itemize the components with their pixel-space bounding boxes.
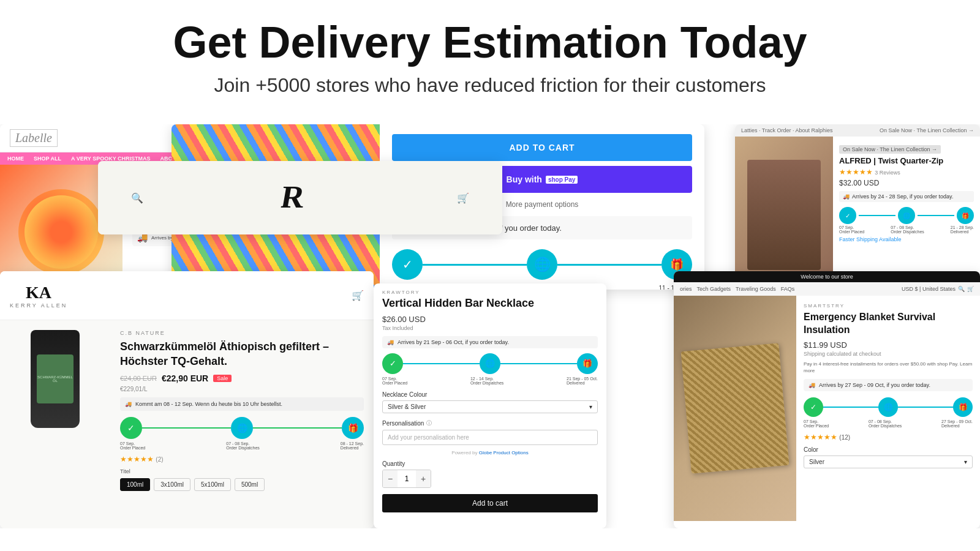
kerry-product-title: Schwarzkümmelöl Äthiopisch gefiltert – H… bbox=[120, 340, 364, 369]
step1-label: 07 Sep. Order Placed bbox=[839, 225, 864, 234]
kerry-nav: KA KERRY ALLEN 🛒 bbox=[0, 271, 374, 320]
step-dispatch: 🌐 bbox=[898, 207, 915, 224]
emergency-delivery: 🚚 Arrives by 27 Sep - 09 Oct, if you ord… bbox=[804, 379, 973, 391]
necklace-add-to-cart[interactable]: Add to cart bbox=[382, 494, 598, 512]
kerry-ratings: ★★★★★ (2) bbox=[120, 455, 364, 463]
necklace-title: Vertical Hidden Bar Necklace bbox=[374, 296, 606, 310]
alfred-top-nav: Latties · Track Order · About Ralphies O… bbox=[735, 124, 980, 137]
qty-increase[interactable]: + bbox=[416, 470, 431, 487]
truck-icon: 🚚 bbox=[387, 339, 394, 345]
screenshots-container: Labelle 👤 🛒 HOME SHOP ALL A VERY SPOOKY … bbox=[0, 124, 980, 528]
necklace-brand: KRAWTORY bbox=[374, 283, 606, 296]
step-line-2 bbox=[918, 215, 954, 216]
emergency-steps: ✓ 🌐 🎁 bbox=[804, 397, 973, 417]
alfred-stars: ★★★★★ 3 Reviews bbox=[839, 168, 974, 176]
card-alfred: Latties · Track Order · About Ralphies O… bbox=[735, 124, 980, 296]
alfred-info: On Sale Now · The Linen Collection → ALF… bbox=[833, 137, 980, 293]
alfred-mannequin bbox=[747, 160, 821, 270]
size-5x100ml[interactable]: 5x100ml bbox=[194, 478, 231, 491]
step-check: ✓ bbox=[839, 207, 856, 224]
emergency-title: Emergency Blanket Survival Insulation bbox=[804, 311, 973, 337]
emergency-color-select[interactable]: Silver ▾ bbox=[804, 455, 973, 468]
necklace-color-label: Necklace Colour bbox=[374, 391, 606, 398]
sale-badge: On Sale Now · The Linen Collection → bbox=[839, 145, 941, 154]
kerry-title-label: Titel bbox=[120, 468, 364, 474]
step3: 27 Sep - 09 Oct. Delivered bbox=[941, 419, 973, 428]
emergency-brand: SMARTSTRY bbox=[804, 303, 973, 309]
alfred-price: $32.00 USD bbox=[839, 179, 974, 187]
nav-traveling[interactable]: Traveling Goods bbox=[736, 286, 776, 292]
card-rbrand: 🔍 R 🛒 bbox=[98, 161, 502, 234]
necklace-tax: Tax Included bbox=[374, 325, 606, 331]
emergency-info: SMARTSTRY Emergency Blanket Survival Ins… bbox=[796, 296, 980, 521]
emergency-content: SMARTSTRY Emergency Blanket Survival Ins… bbox=[674, 296, 980, 521]
bottle-label-main: SCHWARZ-KÜMMEL ÖL bbox=[37, 375, 74, 383]
nav-faqs[interactable]: FAQs bbox=[781, 286, 795, 292]
qty-value: 1 bbox=[398, 474, 416, 483]
size-3x100ml[interactable]: 3x100ml bbox=[154, 478, 190, 491]
necklace-personalisation-label: Personalisation ⓘ bbox=[374, 419, 606, 427]
kerry-cart-icon[interactable]: 🛒 bbox=[352, 290, 364, 301]
alfred-delivery: 🚚 Arrives by 24 - 28 Sep, if you order t… bbox=[839, 191, 974, 202]
nav-shopall[interactable]: SHOP ALL bbox=[34, 156, 61, 162]
kerry-steps: ✓ 🌐 🎁 bbox=[120, 417, 364, 439]
alfred-title: ALFRED | Twist Quarter-Zip bbox=[839, 156, 974, 165]
step-line-2 bbox=[898, 407, 953, 408]
necklace-color-select[interactable]: Silver & Silver ▾ bbox=[382, 400, 598, 413]
step-line-2 bbox=[253, 427, 342, 429]
necklace-quantity: − 1 + bbox=[382, 470, 431, 488]
kerry-logo: KA KERRY ALLEN bbox=[10, 283, 67, 309]
faster-shipping[interactable]: Faster Shipping Available bbox=[839, 236, 974, 242]
rbrand-search-icon[interactable]: 🔍 bbox=[131, 192, 143, 204]
rbrand-logo-container: R bbox=[143, 177, 457, 219]
alfred-step-labels: 07 Sep. Order Placed 07 - 08 Sep. Order … bbox=[839, 225, 974, 234]
step-delivered: 🎁 bbox=[957, 207, 974, 224]
emergency-price: $11.99 USD bbox=[804, 340, 973, 350]
info-icon: ⓘ bbox=[426, 419, 432, 427]
step-check: ✓ bbox=[804, 397, 823, 417]
size-100ml[interactable]: 100ml bbox=[120, 478, 150, 491]
step1: 07 Sep. Order Placed bbox=[382, 377, 407, 385]
step-line-1 bbox=[823, 407, 878, 408]
truck-icon: 🚚 bbox=[125, 401, 132, 407]
card-kerry: KA KERRY ALLEN 🛒 SCHWARZ-KÜMMEL ÖL C.B N… bbox=[0, 271, 374, 528]
rbrand-nav: 🔍 R 🛒 bbox=[98, 161, 502, 234]
step-dispatch: 🌐 bbox=[231, 417, 253, 439]
emergency-nav: ories Tech Gadgets Traveling Goods FAQs … bbox=[674, 282, 980, 296]
globe-product-link[interactable]: Globe Product Options bbox=[479, 450, 529, 455]
svg-text:R: R bbox=[281, 179, 308, 214]
qty-decrease[interactable]: − bbox=[383, 470, 398, 487]
step2: 07 - 08 Sep. Order Dispatches bbox=[226, 441, 259, 450]
rbrand-cart-icon[interactable]: 🛒 bbox=[457, 192, 469, 204]
necklace-step-labels: 07 Sep. Order Placed 12 - 14 Sep. Order … bbox=[374, 377, 606, 385]
nav-accessories[interactable]: ories bbox=[680, 286, 692, 292]
nav-home[interactable]: HOME bbox=[7, 156, 24, 162]
emergency-top-bar: Welcome to our store bbox=[674, 271, 980, 282]
nav-tech[interactable]: Tech Gadgets bbox=[697, 286, 731, 292]
truck-icon: 🚚 bbox=[843, 193, 850, 200]
step3-label: 21 - 28 Sep. Delivered bbox=[951, 225, 974, 234]
kerry-price-row: €24,00 EUR €22,90 EUR Sale bbox=[120, 373, 364, 383]
step-line-2 bbox=[557, 264, 662, 266]
add-to-cart-button[interactable]: ADD TO CART bbox=[392, 134, 692, 161]
hero-section: Get Delivery Estimation Today Join +5000… bbox=[0, 0, 980, 124]
alfred-content: On Sale Now · The Linen Collection → ALF… bbox=[735, 137, 980, 293]
kerry-price-old: €24,00 EUR bbox=[120, 375, 157, 382]
step3: 08 - 12 Sep. Delivered bbox=[341, 441, 364, 450]
step-check: ✓ bbox=[392, 249, 423, 280]
kerry-delivery: 🚚 Kommt am 08 - 12 Sep. Wenn du heute bi… bbox=[120, 397, 364, 411]
step3: 21 Sep - 05 Oct. Delivered bbox=[567, 377, 598, 385]
emergency-step-labels: 07 Sep. Order Placed 07 - 08 Sep. Order … bbox=[804, 419, 973, 428]
search-icon[interactable]: 🔍 bbox=[958, 286, 965, 292]
step-check: ✓ bbox=[120, 417, 142, 439]
necklace-personalisation-input[interactable]: Add your personalisation here bbox=[382, 430, 598, 445]
kerry-bottle-label: SCHWARZ-KÜMMEL ÖL bbox=[37, 354, 74, 403]
cart-icon[interactable]: 🛒 bbox=[967, 286, 974, 292]
chevron-down-icon: ▾ bbox=[589, 403, 592, 410]
step-delivered: 🎁 bbox=[953, 397, 973, 417]
size-500ml[interactable]: 500ml bbox=[235, 478, 265, 491]
step-dispatch: 🌐 bbox=[527, 249, 557, 280]
necklace-price: $26.00 USD bbox=[374, 315, 606, 324]
kerry-size-btns: 100ml 3x100ml 5x100ml 500ml bbox=[120, 478, 364, 491]
emergency-image bbox=[674, 296, 796, 521]
